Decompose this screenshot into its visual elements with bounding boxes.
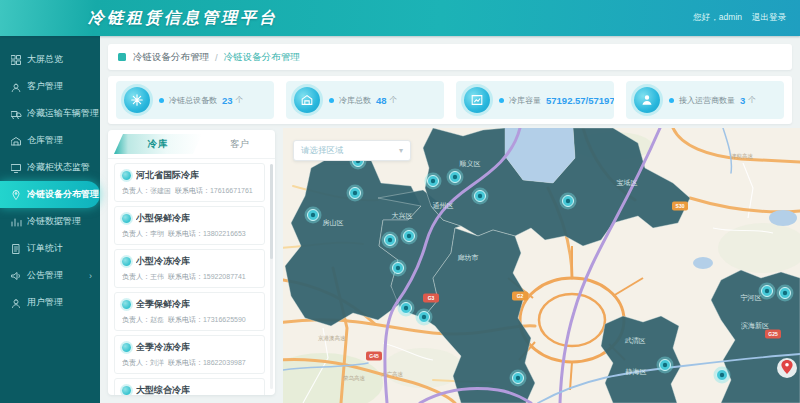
tab-冷库[interactable]: 冷库 <box>114 134 202 154</box>
road-label: 津蓟高速 <box>731 153 754 160</box>
stat-label: 冷链总设备数 <box>169 95 217 106</box>
storage-title: 全季冷冻冷库 <box>136 341 190 354</box>
tab-客户[interactable]: 客户 <box>230 138 249 151</box>
sidebar-item[interactable]: 冷链设备分布管理 <box>0 181 100 208</box>
app-title: 冷链租赁信息管理平台 <box>88 8 278 29</box>
operator-icon <box>634 87 660 113</box>
stat-card: 冷链总设备数23个 <box>116 81 274 119</box>
main-content: 冷链设备分布管理 / 冷链设备分布管理 冷链总设备数23个冷库总数48个冷库容量… <box>100 36 800 403</box>
app: 冷链租赁信息管理平台 您好，admin 退出登录 大屏总览客户管理冷藏运输车辆管… <box>0 0 800 403</box>
district-label: 大兴区 <box>392 212 413 220</box>
user-name[interactable]: 您好，admin <box>693 12 742 24</box>
sidebar-item-label: 大屏总览 <box>27 53 63 66</box>
stat-label: 冷库容量 <box>509 95 541 106</box>
customer-icon <box>10 81 22 93</box>
device-marker-icon[interactable] <box>472 188 489 205</box>
device-marker-icon[interactable] <box>657 357 674 374</box>
district-label: 滨海新区 <box>741 321 769 330</box>
svg-text:G2: G2 <box>517 293 524 299</box>
phone-number: 17616671761 <box>210 187 253 194</box>
device-marker-icon[interactable] <box>759 283 776 300</box>
road-label: 京港澳高速 <box>318 335 346 342</box>
device-marker-icon[interactable] <box>447 169 464 186</box>
map-container[interactable]: G45G3S30G25G2 京港澳高速大广高速津蓟高速荣乌高速 房山区大兴区通州… <box>283 128 800 403</box>
road-number-badge: G45 <box>366 352 382 361</box>
coldstore-icon <box>294 87 320 113</box>
cold-storage-icon <box>122 343 131 352</box>
device-marker-icon[interactable] <box>777 285 794 302</box>
stats-row: 冷链总设备数23个冷库总数48个冷库容量57192.57/57197m³接入运营… <box>108 76 792 124</box>
sidebar-item[interactable]: 订单统计 <box>0 235 100 262</box>
map-icon <box>10 189 22 201</box>
bullet-icon <box>499 98 504 103</box>
list-scrollbar[interactable] <box>270 164 273 389</box>
sidebar-item[interactable]: 公告管理› <box>0 262 100 289</box>
device-marker-icon[interactable] <box>398 300 415 317</box>
device-marker-icon[interactable] <box>390 260 407 277</box>
district-label: 房山区 <box>323 219 344 226</box>
district-label: 廊坊市 <box>458 253 479 262</box>
device-marker-icon[interactable] <box>305 207 322 224</box>
district-label: 宝坻区 <box>617 179 638 186</box>
device-marker-icon[interactable] <box>560 193 577 210</box>
capacity-icon <box>464 87 490 113</box>
storage-list-item[interactable]: 小型保鲜冷库负责人：李明 联系电话：13802216653 <box>114 206 265 245</box>
region-select[interactable]: 请选择区域 ▾ <box>293 140 411 161</box>
device-marker-icon[interactable] <box>416 309 433 326</box>
storage-list-item[interactable]: 全季冷冻冷库负责人：刘洋 联系电话：18622039987 <box>114 335 265 374</box>
dashboard-icon <box>10 54 22 66</box>
breadcrumb-section[interactable]: 冷链设备分布管理 <box>133 51 209 64</box>
road-number-badge: G3 <box>423 294 439 303</box>
breadcrumb-separator: / <box>215 52 218 63</box>
cold-storage-icon <box>122 257 131 266</box>
device-marker-icon[interactable] <box>382 232 399 249</box>
map-canvas[interactable]: G45G3S30G25G2 京港澳高速大广高速津蓟高速荣乌高速 房山区大兴区通州… <box>283 128 800 403</box>
stat-card: 冷库总数48个 <box>286 81 444 119</box>
svg-text:S30: S30 <box>676 203 685 209</box>
owner-name: 赵磊 <box>150 316 164 323</box>
sidebar-item[interactable]: 用户管理 <box>0 289 100 316</box>
stat-unit: 个 <box>748 95 756 105</box>
sidebar-item[interactable]: 大屏总览 <box>0 46 100 73</box>
app-header: 冷链租赁信息管理平台 您好，admin 退出登录 <box>0 0 800 36</box>
sidebar-item[interactable]: 仓库管理 <box>0 127 100 154</box>
storage-list-item[interactable]: 河北省国际冷库负责人：张建国 联系电话：17616671761 <box>114 163 265 202</box>
stat-label: 冷库总数 <box>339 95 371 106</box>
device-marker-icon[interactable] <box>347 185 364 202</box>
scrollbar-thumb[interactable] <box>270 164 273 259</box>
phone-number: 13802216653 <box>203 230 246 237</box>
stat-label: 接入运营商数量 <box>679 95 735 106</box>
sidebar-item[interactable]: 冷藏柜状态监管 <box>0 154 100 181</box>
sidebar-item-label: 仓库管理 <box>27 134 63 147</box>
storage-list: 河北省国际冷库负责人：张建国 联系电话：17616671761小型保鲜冷库负责人… <box>108 159 269 395</box>
owner-label: 负责人： <box>122 230 150 237</box>
logout-link[interactable]: 退出登录 <box>752 12 786 24</box>
owner-label: 负责人： <box>122 187 150 194</box>
panel-tabs: 冷库客户 <box>108 130 275 159</box>
owner-name: 刘洋 <box>150 359 164 366</box>
storage-title: 河北省国际冷库 <box>136 169 199 182</box>
device-marker-icon[interactable] <box>401 228 418 245</box>
sidebar-item-label: 冷藏柜状态监管 <box>27 161 90 174</box>
device-marker-icon[interactable] <box>714 367 731 384</box>
device-marker-icon[interactable] <box>425 173 442 190</box>
notice-icon <box>10 270 22 282</box>
breadcrumb-page: 冷链设备分布管理 <box>224 51 300 64</box>
sidebar-item[interactable]: 冷链数据管理 <box>0 208 100 235</box>
monitor-icon <box>10 162 22 174</box>
owner-name: 李明 <box>150 230 164 237</box>
sidebar-item[interactable]: 客户管理 <box>0 73 100 100</box>
map-pin[interactable] <box>777 358 797 378</box>
road-number-badge: G2 <box>512 292 528 301</box>
breadcrumb: 冷链设备分布管理 / 冷链设备分布管理 <box>108 44 792 70</box>
storage-title: 小型保鲜冷库 <box>136 212 190 225</box>
stat-card: 冷库容量57192.57/57197m³ <box>456 81 614 119</box>
storage-list-item[interactable]: 全季保鲜冷库负责人：赵磊 联系电话：17316625590 <box>114 292 265 331</box>
storage-list-item[interactable]: 小型冷冻冷库负责人：王伟 联系电话：15922087741 <box>114 249 265 288</box>
tab-label: 冷库 <box>148 138 169 151</box>
sidebar-item[interactable]: 冷藏运输车辆管理 <box>0 100 100 127</box>
storage-list-item[interactable]: 大型综合冷库负责人：陈晨 联系电话：13320116642 <box>114 378 265 395</box>
device-marker-icon[interactable] <box>510 370 527 387</box>
user-area: 您好，admin 退出登录 <box>693 12 786 24</box>
chevron-right-icon: › <box>89 271 92 281</box>
